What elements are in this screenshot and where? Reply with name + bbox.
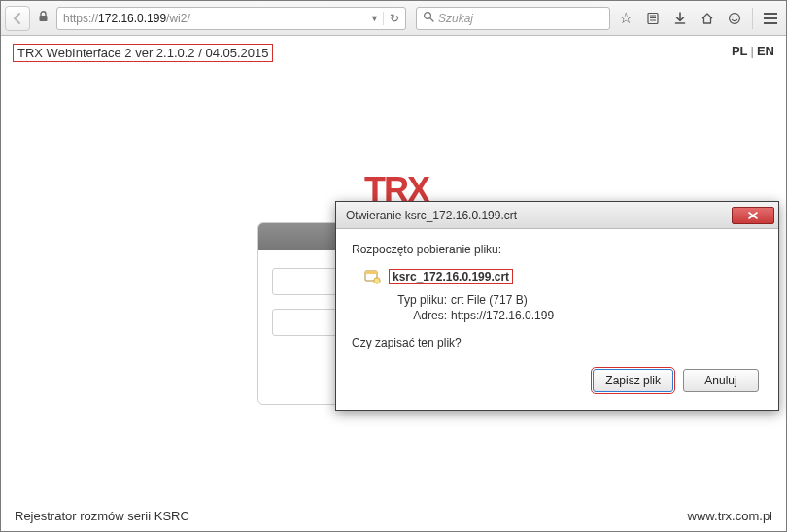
svg-point-9 (732, 16, 734, 17)
save-button[interactable]: Zapisz plik (593, 369, 673, 392)
svg-line-2 (430, 18, 433, 21)
back-button[interactable] (5, 6, 30, 31)
search-icon (423, 11, 434, 25)
dialog-question: Czy zapisać ten plik? (352, 336, 763, 349)
reload-icon[interactable]: ↻ (390, 12, 399, 25)
download-icon[interactable] (668, 7, 692, 30)
lock-icon (38, 11, 49, 25)
address-bar[interactable]: https://172.16.0.199/wi2/ ▼ ↻ (56, 7, 406, 30)
page-content: TRX WebInterface 2 ver 2.1.0.2 / 04.05.2… (1, 36, 786, 531)
type-value: crt File (717 B) (451, 293, 763, 307)
home-icon[interactable] (696, 7, 719, 30)
reader-icon[interactable] (641, 7, 665, 30)
page-version-label: TRX WebInterface 2 ver 2.1.0.2 / 04.05.2… (13, 44, 273, 62)
menu-icon[interactable] (759, 7, 782, 30)
language-switch: PL|EN (732, 44, 774, 62)
lang-en[interactable]: EN (757, 44, 774, 58)
bookmark-star-icon[interactable]: ☆ (614, 7, 637, 30)
search-input[interactable]: Szukaj (416, 7, 610, 30)
type-label: Typ pliku: (391, 293, 451, 307)
dialog-intro: Rozpoczęto pobieranie pliku: (352, 243, 763, 256)
footer-left: Rejestrator rozmów serii KSRC (15, 509, 189, 523)
footer-right: www.trx.com.pl (688, 509, 772, 523)
page-footer: Rejestrator rozmów serii KSRC www.trx.co… (1, 509, 786, 523)
search-placeholder: Szukaj (438, 12, 473, 25)
dialog-filename: ksrc_172.16.0.199.crt (389, 269, 513, 284)
addr-value: https://172.16.0.199 (451, 309, 763, 322)
smiley-icon[interactable] (723, 7, 746, 30)
svg-rect-12 (365, 271, 377, 274)
url-text: https://172.16.0.199/wi2/ (63, 12, 366, 25)
svg-point-13 (374, 278, 380, 283)
close-icon[interactable] (732, 207, 774, 224)
download-dialog: Otwieranie ksrc_172.16.0.199.crt Rozpocz… (335, 201, 779, 411)
lang-pl[interactable]: PL (732, 44, 748, 58)
cancel-button[interactable]: Anuluj (683, 369, 759, 392)
addr-label: Adres: (391, 309, 451, 322)
dialog-title-text: Otwieranie ksrc_172.16.0.199.crt (346, 209, 517, 222)
url-dropdown-icon[interactable]: ▼ (370, 14, 379, 23)
svg-point-10 (736, 16, 737, 17)
svg-rect-0 (40, 16, 48, 21)
dialog-titlebar[interactable]: Otwieranie ksrc_172.16.0.199.crt (336, 202, 778, 229)
toolbar-separator (752, 8, 753, 29)
browser-toolbar: https://172.16.0.199/wi2/ ▼ ↻ Szukaj ☆ (1, 1, 786, 36)
file-icon (363, 268, 381, 285)
svg-point-8 (730, 13, 740, 23)
